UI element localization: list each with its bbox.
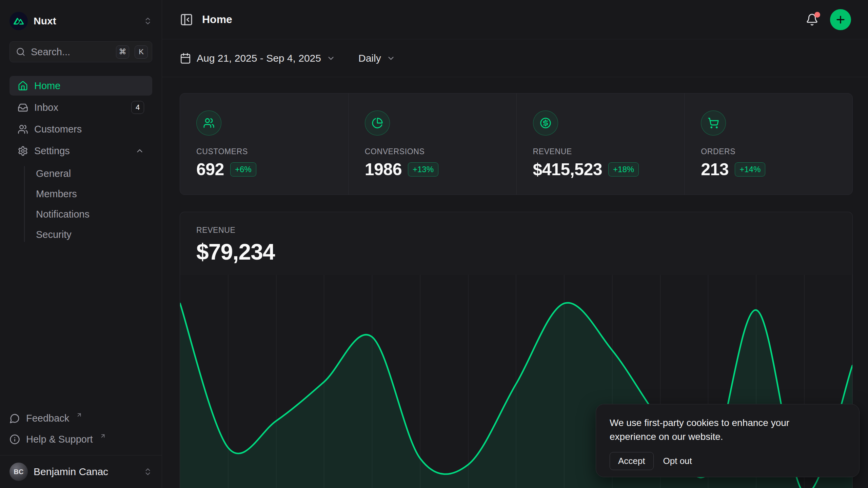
chevrons-up-down-icon (143, 467, 152, 476)
stat-delta-badge: +14% (735, 162, 765, 177)
date-range-picker[interactable]: Aug 21, 2025 - Sep 4, 2025 (180, 53, 335, 64)
header-actions (806, 9, 851, 30)
help-support-link[interactable]: Help & Support (9, 429, 152, 449)
sidebar-nav: Home Inbox 4 Customers Settings Ge (9, 76, 152, 244)
page-header: Home (162, 0, 868, 39)
filter-bar: Aug 21, 2025 - Sep 4, 2025 Daily (162, 39, 868, 77)
stat-value: 1986 (365, 160, 402, 179)
revenue-panel-label: REVENUE (196, 226, 836, 235)
workspace-select-button[interactable] (143, 17, 152, 25)
workspace-name: Nuxt (34, 15, 56, 27)
chevron-down-icon (327, 54, 335, 63)
sidebar-item-members[interactable]: Members (9, 184, 152, 203)
users-icon (196, 110, 221, 136)
link-label: Help & Support (26, 434, 93, 445)
stat-label: REVENUE (533, 147, 668, 156)
external-link-icon (100, 433, 106, 439)
dollar-circle-icon (533, 110, 558, 136)
subnav-label: Notifications (36, 209, 90, 220)
link-label: Feedback (26, 413, 69, 424)
sidebar-item-customers[interactable]: Customers (9, 119, 152, 139)
panel-left-close-icon (180, 13, 193, 26)
sidebar-item-general[interactable]: General (9, 164, 152, 183)
notification-dot (814, 12, 820, 18)
stat-card-revenue[interactable]: REVENUE $415,523 +18% (516, 94, 685, 195)
stat-value: 213 (701, 160, 729, 179)
gear-icon (18, 146, 28, 156)
sidebar: Nuxt ⌘ K Home Inbox 4 (0, 0, 162, 488)
chevrons-up-down-icon (143, 17, 152, 25)
sidebar-item-label: Settings (34, 145, 70, 157)
stat-delta-badge: +13% (408, 162, 438, 177)
pie-chart-icon (365, 110, 390, 136)
sidebar-item-settings[interactable]: Settings (9, 141, 152, 161)
add-button[interactable] (830, 9, 851, 30)
settings-subnav: General Members Notifications Security (9, 164, 152, 244)
sidebar-item-home[interactable]: Home (9, 76, 152, 96)
info-circle-icon (9, 434, 20, 445)
sidebar-item-inbox[interactable]: Inbox 4 (9, 98, 152, 117)
user-menu-button[interactable]: BC Benjamin Canac (9, 455, 152, 488)
nuxt-logo-icon (9, 12, 28, 30)
cmd-key-badge: ⌘ (116, 45, 129, 59)
accept-button[interactable]: Accept (610, 452, 654, 470)
subnav-label: General (36, 168, 71, 179)
stat-label: CONVERSIONS (365, 147, 500, 156)
opt-out-button[interactable]: Opt out (657, 452, 698, 470)
sidebar-footer-links: Feedback Help & Support (9, 408, 152, 455)
sidebar-item-security[interactable]: Security (9, 225, 152, 244)
stat-label: CUSTOMERS (196, 147, 332, 156)
interval-select[interactable]: Daily (358, 53, 395, 64)
cookie-banner: We use first-party cookies to enhance yo… (596, 404, 860, 477)
sidebar-collapse-button[interactable] (180, 13, 193, 26)
message-bubble-icon (9, 413, 20, 424)
user-section: BC Benjamin Canac (0, 455, 162, 488)
search-bar[interactable]: ⌘ K (9, 41, 152, 62)
stat-label: ORDERS (701, 147, 836, 156)
stat-card-customers[interactable]: CUSTOMERS 692 +6% (180, 94, 348, 195)
inbox-count-badge: 4 (131, 101, 144, 114)
page-title: Home (202, 13, 232, 26)
avatar: BC (9, 463, 28, 481)
subnav-label: Members (36, 188, 77, 200)
stat-value: $415,523 (533, 160, 603, 179)
stat-card-conversions[interactable]: CONVERSIONS 1986 +13% (348, 94, 516, 195)
inbox-icon (18, 102, 28, 113)
notifications-button[interactable] (806, 13, 818, 26)
search-icon (16, 47, 25, 57)
cookie-message: We use first-party cookies to enhance yo… (610, 416, 827, 444)
cookie-actions: Accept Opt out (610, 452, 846, 470)
sidebar-item-label: Home (34, 80, 60, 92)
subnav-label: Security (36, 229, 72, 240)
users-icon (18, 124, 28, 135)
sidebar-item-notifications[interactable]: Notifications (9, 205, 152, 224)
sidebar-item-label: Inbox (34, 102, 58, 113)
chevron-down-icon (387, 54, 395, 63)
revenue-panel-value: $79,234 (196, 239, 836, 265)
external-link-icon (76, 412, 82, 418)
k-key-badge: K (135, 45, 148, 59)
chevron-up-icon (135, 146, 144, 155)
stat-delta-badge: +6% (230, 162, 256, 177)
plus-icon (835, 14, 846, 25)
workspace-switcher[interactable]: Nuxt (9, 12, 152, 30)
sidebar-item-label: Customers (34, 124, 82, 135)
stat-card-orders[interactable]: ORDERS 213 +14% (684, 94, 852, 195)
stat-value: 692 (196, 160, 224, 179)
stat-delta-badge: +18% (608, 162, 639, 177)
stats-row: CUSTOMERS 692 +6% CONVERSIONS 1986 +13% (180, 93, 853, 195)
revenue-panel-header: REVENUE $79,234 (180, 212, 852, 275)
shopping-cart-icon (701, 110, 726, 136)
user-name: Benjamin Canac (34, 466, 108, 477)
calendar-icon (180, 53, 191, 64)
interval-label: Daily (358, 53, 381, 64)
home-icon (18, 81, 28, 91)
search-input[interactable] (31, 46, 111, 58)
date-range-label: Aug 21, 2025 - Sep 4, 2025 (197, 53, 321, 64)
feedback-link[interactable]: Feedback (9, 408, 152, 428)
